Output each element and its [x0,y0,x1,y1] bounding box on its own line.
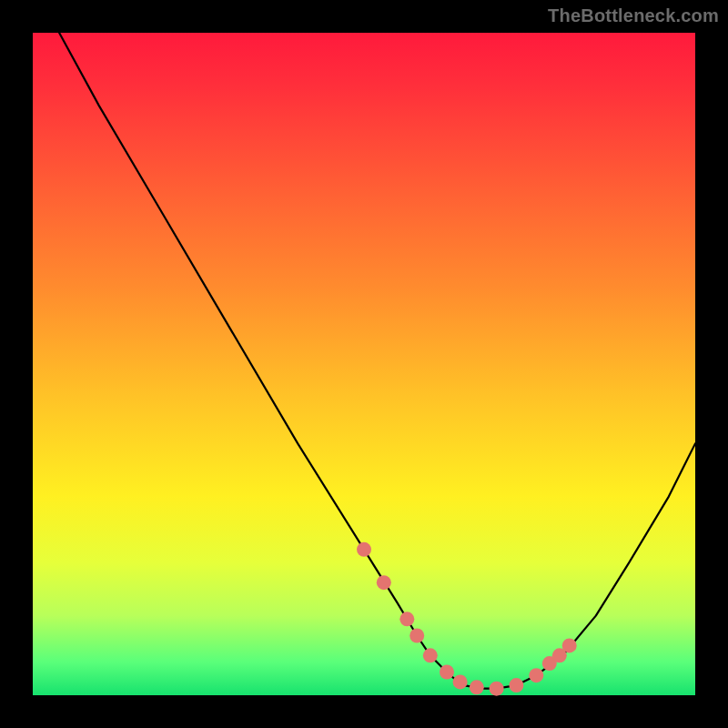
curve-marker [529,668,543,682]
marker-group [357,542,577,696]
curve-marker [509,678,523,693]
curve-marker [410,629,424,643]
curve-marker [357,542,371,557]
curve-marker [470,680,484,694]
curve-marker [440,665,454,680]
chart-svg [33,33,695,695]
bottleneck-curve [59,33,695,689]
curve-marker [562,638,577,652]
curve-marker [490,682,504,696]
plot-area [33,33,695,695]
chart-frame: TheBottleneck.com [0,0,728,728]
curve-marker [423,648,438,662]
curve-marker [399,612,414,626]
curve-marker [377,575,391,590]
curve-marker [453,674,468,689]
attribution-text: TheBottleneck.com [548,5,719,26]
